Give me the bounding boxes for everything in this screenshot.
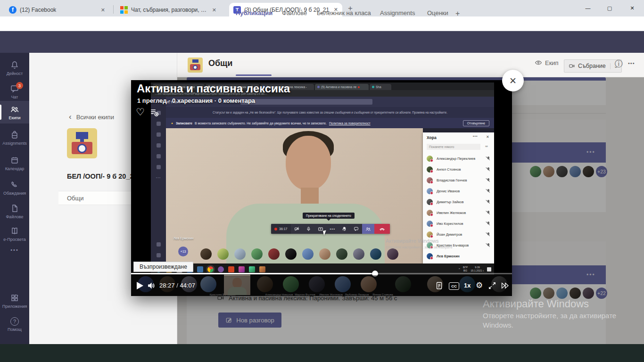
team-visibility-button[interactable]: Екип	[535, 59, 559, 66]
channel-team-icon	[188, 58, 203, 73]
screen: f (12) Facebook ✕ Чат, събрания, разгово…	[0, 0, 644, 362]
channel-title: Общи	[208, 58, 232, 68]
mic-muted-icon	[486, 211, 490, 215]
rail-label: Чат	[11, 95, 18, 99]
calendar-icon	[10, 156, 19, 165]
participant-avatar	[251, 248, 263, 260]
rail-item-assignments[interactable]: Assignments	[0, 126, 29, 149]
captions-icon[interactable]: CC	[449, 282, 459, 290]
mic-muted-icon	[486, 200, 490, 205]
fullscreen-icon[interactable]	[488, 281, 496, 290]
like-heart-icon[interactable]: ♡	[136, 107, 145, 118]
chat-unread-badge: 3	[16, 82, 23, 89]
dismiss-button: Отхвърляне	[463, 120, 489, 126]
copy-link-icon: ∞	[485, 144, 488, 148]
transcript-icon[interactable]	[435, 281, 444, 290]
phone-icon	[10, 180, 19, 189]
recording-banner-bold: Записвате	[176, 122, 192, 125]
pop-out-icon[interactable]	[500, 281, 509, 290]
windows-watermark-line2: Отворете настройките, за да активирате	[483, 312, 616, 320]
more-options-icon: •••	[327, 224, 339, 234]
tab-close-icon[interactable]: ✕	[212, 7, 216, 13]
powerpoint-icon	[228, 266, 234, 272]
rail-item-help[interactable]: ? Помощ	[0, 313, 29, 336]
tab-title: Чат, събрания, разговори, сътру	[131, 7, 209, 13]
duration: 44:07	[180, 282, 195, 289]
tab-class-notebook[interactable]: Бележник на класа	[317, 9, 371, 16]
rail-more-icon[interactable]: •••	[0, 247, 29, 253]
video-frame[interactable]: Иван Вазов - Поля и гори 09a0100-Българс…	[151, 82, 494, 275]
all-teams-label: Всички екипи	[76, 114, 114, 121]
rail-item-teams[interactable]: Екипи	[0, 101, 29, 123]
help-icon: ?	[10, 317, 19, 326]
rail-label: Помощ	[8, 327, 22, 332]
rail-item-activity[interactable]: Дейност	[0, 57, 29, 79]
participant-avatar	[234, 248, 246, 260]
teams-people-icon	[10, 105, 19, 114]
backpack-icon	[10, 130, 19, 140]
window-maximize-button[interactable]: ▢	[603, 3, 617, 13]
camera-flash-shape	[76, 132, 88, 139]
play-button[interactable]	[137, 282, 143, 289]
current-time: 28:27	[159, 282, 175, 289]
rail-item-chat[interactable]: Чат 3	[0, 80, 29, 103]
playback-state-tooltip: Възпроизвеждане	[133, 262, 193, 272]
meeting-chat-icon	[350, 224, 362, 234]
privacy-policy-link: Политика за поверителност	[329, 122, 371, 125]
window-close-button[interactable]: ✕	[625, 3, 639, 13]
window-minimize-button[interactable]: —	[581, 3, 595, 13]
mic-muted-icon	[486, 156, 490, 161]
windows-watermark-line1: Активирайте Windows	[483, 298, 589, 310]
rail-label: Дейност	[7, 71, 23, 76]
video-player-overlay[interactable]: Иван Вазов - Поля и гори 09a0100-Българс…	[131, 80, 512, 296]
volume-icon[interactable]	[147, 281, 156, 290]
seek-bar-progress	[131, 273, 375, 274]
windows-watermark-line3: Windows.	[483, 321, 513, 329]
channel-more-icon[interactable]: •••	[628, 60, 635, 66]
all-teams-back-link[interactable]: ‹ Всички екипи	[69, 112, 114, 122]
browser-tab-teams-home[interactable]: Чат, събрания, разговори, сътру ✕	[116, 3, 221, 16]
player-settings-icon[interactable]: ⚙	[476, 280, 483, 290]
person-head-shape	[286, 136, 331, 190]
team-avatar[interactable]	[67, 128, 97, 158]
rail-item-calendar[interactable]: Календар	[0, 152, 29, 174]
participant-avatar	[370, 248, 381, 260]
recording-banner-text: В момента записвате събранието. Не забра…	[195, 122, 327, 125]
recording-banner: ▲ Записвате В момента записвате събрание…	[166, 118, 494, 128]
close-player-button[interactable]: ✕	[502, 70, 524, 91]
participant-avatar	[387, 248, 398, 260]
tab-files[interactable]: Файлове	[282, 9, 307, 16]
participant-avatar	[217, 248, 229, 260]
rail-item-calls[interactable]: Обаждания	[0, 176, 29, 199]
tab-divider	[113, 5, 114, 14]
teams-left-rail: Дейност Чат 3 Екипи Assignments Календар…	[0, 53, 29, 344]
participant-avatar	[319, 248, 330, 260]
participant-avatar	[285, 248, 297, 260]
mic-muted-icon	[486, 189, 490, 194]
chrome-icon	[207, 266, 214, 272]
playback-speed-button[interactable]: 1x	[464, 282, 471, 289]
time-separator: /	[176, 282, 178, 289]
calculator-icon	[197, 266, 203, 272]
tab-posts[interactable]: Публикации	[236, 9, 272, 16]
add-tab-icon[interactable]: +	[455, 9, 460, 18]
channel-info-icon[interactable]: ⓘ	[615, 58, 623, 69]
tab-assignments[interactable]: Assignments	[380, 9, 415, 16]
meet-now-button[interactable]: Събрание ⌄	[564, 59, 622, 73]
tab-grades[interactable]: Оценки	[427, 9, 448, 16]
meeting-control-bar: 36:17 •••	[271, 224, 390, 234]
rail-item-files[interactable]: Файлове	[0, 200, 29, 222]
tab-close-icon[interactable]: ✕	[101, 7, 105, 13]
invite-input: Поканете някого	[427, 144, 480, 150]
rail-item-eprosveta[interactable]: е-Просвета	[0, 222, 29, 245]
notification-icon	[487, 267, 491, 272]
rail-item-apps[interactable]: Приложения	[0, 289, 29, 312]
video-title: Активна и пасивна лексика	[137, 82, 290, 95]
mic-icon	[303, 224, 314, 234]
add-to-watchlist-icon[interactable]	[150, 108, 159, 117]
mic-muted-icon	[486, 222, 490, 226]
recorded-left-rail: •••	[151, 97, 166, 275]
browser-tab-facebook[interactable]: f (12) Facebook ✕	[5, 3, 109, 16]
close-icon: ✕	[509, 75, 517, 86]
chevron-left-icon: ‹	[69, 112, 72, 122]
